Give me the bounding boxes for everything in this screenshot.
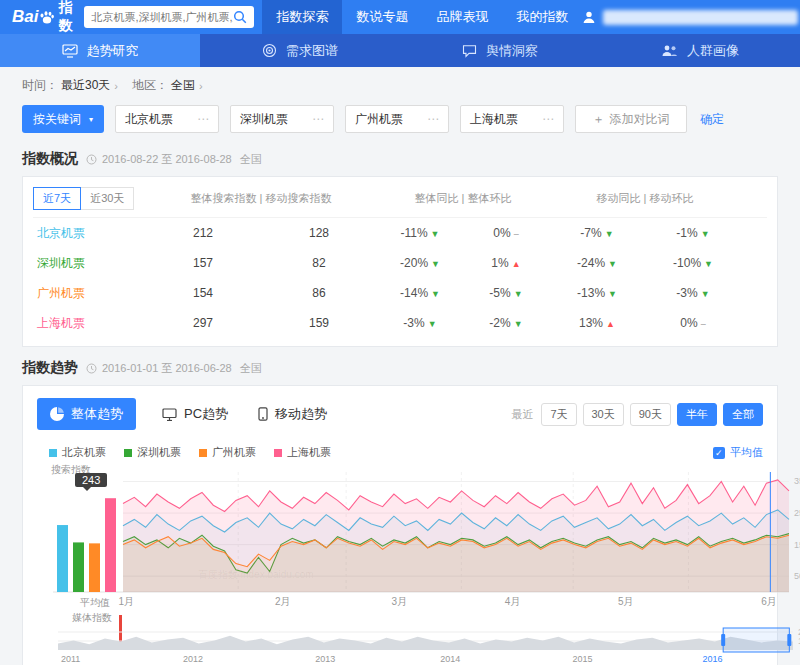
average-checkbox[interactable]: 平均值 [713,445,763,460]
pie-icon [50,407,64,421]
chevron-down-icon: ▾ [89,115,93,124]
keyword-chip-label: 广州机票 [355,111,403,128]
time-filter-value[interactable]: 最近30天 [61,77,110,94]
arrow-down-icon: ▼ [428,319,437,329]
more-icon[interactable]: ⋯ [542,112,554,126]
search-icon[interactable] [233,10,247,24]
keyword-chip-label: 上海机票 [470,111,518,128]
legend-item-0[interactable]: 北京机票 [49,445,106,460]
y-tick-label: 50 [794,571,800,581]
user-account[interactable] [582,10,798,25]
brush-selection[interactable] [723,628,789,652]
average-checkbox-label: 平均值 [730,445,763,460]
keyword-chip-3[interactable]: 上海机票⋯ [460,105,564,133]
baidu-index-logo[interactable]: Bai 指数 [12,0,72,35]
radar-icon [262,43,277,58]
y-tick-label: 250 [794,508,800,518]
trend-tab-0[interactable]: 整体趋势 [37,398,136,430]
topbar-nav-item-3[interactable]: 我的指数 [502,0,582,34]
overview-tab-1[interactable]: 近30天 [81,187,134,210]
mobile-index-value: 86 [261,286,377,300]
add-compare-label: 添加对比词 [610,111,670,128]
range-pill-全部[interactable]: 全部 [723,403,763,426]
keyword-chip-label: 北京机票 [125,111,173,128]
x-month-label: 3月 [392,596,408,607]
range-pill-90天[interactable]: 90天 [630,403,671,426]
subnav-tab-0[interactable]: 趋势研究 [0,34,200,67]
y-tick-label: 350 [794,476,800,486]
keyword-chip-2[interactable]: 广州机票⋯ [345,105,449,133]
legend-item-2[interactable]: 广州机票 [199,445,256,460]
region-filter-value[interactable]: 全国 [171,77,195,94]
range-pill-半年[interactable]: 半年 [677,403,717,426]
chart-legend: 北京机票深圳机票广州机票上海机票 平均值 [23,430,777,460]
subnav-tab-1[interactable]: 需求图谱 [200,34,400,67]
year-label-2016[interactable]: 2016 [703,654,723,664]
overall-index-value: 212 [145,226,261,240]
keyword-chip-0[interactable]: 北京机票⋯ [115,105,219,133]
paw-icon [39,10,55,25]
keyword-chip-1[interactable]: 深圳机票⋯ [230,105,334,133]
trend-tab-1[interactable]: PC趋势 [162,405,228,423]
overview-dates: 2016-08-22 至 2016-08-28 [102,152,232,167]
checkbox-checked-icon [713,447,725,459]
trend-tab-label: PC趋势 [184,405,228,423]
legend-item-1[interactable]: 深圳机票 [124,445,181,460]
arrow-down-icon: ▼ [704,259,713,269]
change-cell: -3%▼ [377,316,463,330]
add-compare-button[interactable]: ＋ 添加对比词 [575,105,687,133]
subnav-tab-label: 需求图谱 [286,42,338,60]
change-cell: 1%▲ [463,256,549,270]
legend-label: 深圳机票 [137,445,181,460]
chevron-right-icon[interactable]: › [199,80,203,92]
timeline-brush[interactable]: 21201120122013201420152016 [23,626,800,665]
arrow-down-icon: ▼ [514,319,523,329]
year-label-2012[interactable]: 2012 [183,654,203,664]
subnav-tab-2[interactable]: 舆情洞察 [400,34,600,67]
trend-chart[interactable]: 350250150501月2月3月4月5月6月 [23,466,800,610]
chevron-right-icon[interactable]: › [114,80,118,92]
topbar-nav: 指数探索数说专题品牌表现我的指数 [262,0,582,34]
x-month-label: 4月 [505,596,521,607]
topbar-nav-item-2[interactable]: 品牌表现 [422,0,502,34]
trend-dates: 2016-01-01 至 2016-06-28 [102,361,232,376]
year-label-2014[interactable]: 2014 [440,654,460,664]
overview-range-tabs: 近7天近30天 [33,187,145,210]
year-label-2013[interactable]: 2013 [315,654,335,664]
range-pill-30天[interactable]: 30天 [583,403,624,426]
column-group-header: 移动同比 | 移动环比 [549,191,741,206]
change-cell: -5%▼ [463,286,549,300]
keyword-link[interactable]: 北京机票 [33,225,145,242]
table-row: 上海机票297159-3%▼-2%▼13%▲0%– [33,308,767,338]
arrow-down-icon: ▼ [608,259,617,269]
keyword-link[interactable]: 广州机票 [33,285,145,302]
legend-items: 北京机票深圳机票广州机票上海机票 [49,445,331,460]
year-label-2011[interactable]: 2011 [61,654,80,664]
brush-handle-left[interactable] [721,634,725,646]
topbar-nav-item-0[interactable]: 指数探索 [262,0,342,34]
change-cell: -1%▼ [645,226,741,240]
media-index-label: 媒体指数 [72,611,112,625]
range-pill-7天[interactable]: 7天 [541,403,576,426]
search-input[interactable] [91,11,233,23]
subnav-tab-3[interactable]: 人群画像 [600,34,800,67]
filter-bar: 时间： 最近30天 › 地区： 全国 › [0,67,800,96]
more-icon[interactable]: ⋯ [197,112,209,126]
overall-index-value: 157 [145,256,261,270]
confirm-link[interactable]: 确定 [700,111,724,128]
trend-tab-2[interactable]: 移动趋势 [258,405,327,423]
more-icon[interactable]: ⋯ [312,112,324,126]
more-icon[interactable]: ⋯ [427,112,439,126]
legend-swatch [49,449,57,457]
keyword-link[interactable]: 深圳机票 [33,255,145,272]
legend-item-3[interactable]: 上海机票 [274,445,331,460]
topbar-nav-item-1[interactable]: 数说专题 [342,0,422,34]
brush-handle-right[interactable] [787,634,791,646]
keyword-mode-button[interactable]: 按关键词 ▾ [22,105,104,133]
y-tick-label: 150 [794,540,800,550]
arrow-down-icon: ▼ [431,259,440,269]
overview-tab-0[interactable]: 近7天 [33,187,81,210]
year-label-2015[interactable]: 2015 [573,654,593,664]
avg-bar-2 [89,543,100,592]
keyword-link[interactable]: 上海机票 [33,315,145,332]
